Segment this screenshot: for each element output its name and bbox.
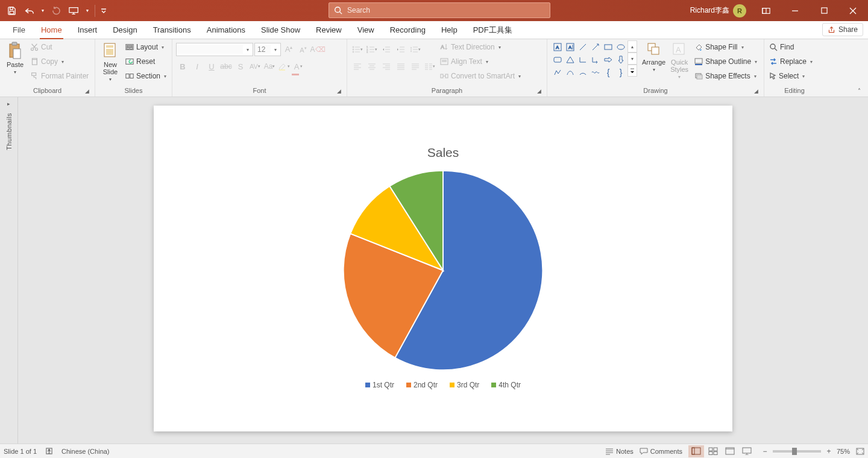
line-spacing-button[interactable]: ▾ (409, 43, 422, 56)
drawing-launcher[interactable]: ◢ (752, 87, 760, 95)
char-spacing-button[interactable]: AV▾ (248, 60, 262, 73)
tab-view[interactable]: View (350, 21, 382, 39)
tab-transitions[interactable]: Transitions (145, 21, 199, 39)
shape-line[interactable] (577, 41, 589, 53)
zoom-slider[interactable] (773, 450, 821, 453)
tab-review[interactable]: Review (308, 21, 350, 39)
font-family-combo[interactable]: ▾ (176, 43, 253, 56)
tab-file[interactable]: File (5, 21, 33, 39)
font-launcher[interactable]: ◢ (335, 87, 343, 95)
strikethrough-button[interactable]: abc (219, 60, 233, 73)
justify-button[interactable] (394, 60, 407, 73)
numbering-button[interactable]: 123▾ (365, 43, 379, 56)
italic-button[interactable]: I (190, 60, 204, 73)
convert-smartart-button[interactable]: Convert to SmartArt▾ (439, 69, 522, 83)
font-color-button[interactable]: A▾ (292, 60, 305, 73)
collapse-ribbon-button[interactable]: ˄ (854, 86, 864, 95)
clear-formatting-button[interactable]: A⌫ (311, 43, 324, 56)
shape-fill-button[interactable]: Shape Fill▾ (693, 40, 758, 54)
shape-left-brace[interactable]: { (602, 66, 614, 78)
shape-triangle[interactable] (564, 54, 576, 66)
search-box[interactable] (329, 2, 550, 18)
shape-arc[interactable] (577, 66, 589, 78)
section-button[interactable]: Section▾ (124, 69, 168, 83)
language-indicator[interactable]: Chinese (China) (61, 448, 109, 455)
underline-button[interactable]: U (205, 60, 218, 73)
save-button[interactable] (4, 3, 19, 19)
reading-view-button[interactable] (722, 445, 738, 457)
change-case-button[interactable]: Aa▾ (263, 60, 276, 73)
tab-home[interactable]: Home (33, 21, 70, 39)
gallery-down[interactable]: ▾ (627, 52, 637, 65)
increase-indent-button[interactable] (394, 43, 407, 56)
expand-thumbnails-icon[interactable]: ▸ (7, 101, 10, 107)
start-dropdown[interactable]: ▼ (84, 3, 90, 19)
shape-lconnector[interactable] (577, 54, 589, 66)
decrease-indent-button[interactable] (380, 43, 393, 56)
layout-button[interactable]: Layout▾ (124, 40, 168, 54)
bold-button[interactable]: B (176, 60, 189, 73)
undo-button[interactable] (22, 3, 37, 19)
select-button[interactable]: Select▾ (768, 69, 814, 83)
customize-qat-button[interactable] (99, 3, 108, 19)
find-button[interactable]: Find (768, 40, 814, 54)
align-left-button[interactable] (351, 60, 364, 73)
zoom-out-button[interactable]: − (761, 447, 769, 456)
shape-wave[interactable] (590, 66, 602, 78)
copy-button[interactable]: Copy▾ (29, 55, 90, 68)
format-painter-button[interactable]: Format Painter (29, 69, 90, 83)
normal-view-button[interactable] (688, 445, 704, 457)
shape-textbox[interactable]: A (552, 41, 564, 53)
clipboard-launcher[interactable]: ◢ (83, 87, 91, 95)
zoom-control[interactable]: − + 75% (761, 447, 850, 456)
shape-down-arrow[interactable] (615, 54, 627, 66)
shape-rrect[interactable] (552, 54, 564, 66)
font-size-input[interactable] (255, 45, 271, 54)
arrange-button[interactable]: Arrange▾ (642, 40, 665, 74)
tab-slideshow[interactable]: Slide Show (253, 21, 308, 39)
align-center-button[interactable] (365, 60, 379, 73)
shape-right-arrow[interactable] (602, 54, 614, 66)
canvas-scroll[interactable]: Sales 1st Qtr2nd Qtr3rd Qtr4th Qtr (18, 97, 868, 444)
shape-outline-button[interactable]: Shape Outline▾ (693, 55, 758, 68)
paragraph-launcher[interactable]: ◢ (535, 87, 543, 95)
slide[interactable]: Sales 1st Qtr2nd Qtr3rd Qtr4th Qtr (154, 106, 732, 431)
slideshow-view-button[interactable] (739, 445, 755, 457)
tab-insert[interactable]: Insert (70, 21, 105, 39)
ribbon-display-options-button[interactable] (752, 1, 780, 21)
shape-curve[interactable] (564, 66, 576, 78)
tab-animations[interactable]: Animations (199, 21, 253, 39)
paste-button[interactable]: Paste▾ (4, 40, 27, 76)
slide-indicator[interactable]: Slide 1 of 1 (4, 448, 37, 455)
zoom-level[interactable]: 75% (837, 448, 850, 455)
shape-freeform[interactable] (552, 66, 564, 78)
shape-right-brace[interactable]: } (615, 66, 627, 78)
text-direction-button[interactable]: AText Direction▾ (439, 40, 522, 54)
distribute-button[interactable] (409, 60, 422, 73)
quick-styles-button[interactable]: A QuickStyles▾ (668, 40, 691, 81)
increase-font-button[interactable]: A▴ (282, 43, 295, 56)
tab-pdf-tools[interactable]: PDF工具集 (465, 21, 520, 39)
shape-arrow-line[interactable] (590, 41, 602, 53)
avatar[interactable]: R (733, 4, 746, 17)
columns-button[interactable]: ▾ (423, 60, 436, 73)
font-size-combo[interactable]: ▾ (254, 43, 281, 56)
tab-recording[interactable]: Recording (382, 21, 433, 39)
gallery-up[interactable]: ▴ (627, 40, 637, 52)
search-input[interactable] (347, 6, 545, 14)
decrease-font-button[interactable]: A▾ (297, 43, 310, 56)
new-slide-button[interactable]: NewSlide▾ (99, 40, 122, 83)
text-shadow-button[interactable]: S (234, 60, 247, 73)
font-family-input[interactable] (177, 45, 243, 54)
maximize-button[interactable] (810, 1, 838, 21)
notes-button[interactable]: Notes (605, 448, 634, 455)
shape-rect[interactable] (602, 41, 614, 53)
comments-button[interactable]: Comments (640, 448, 682, 455)
replace-button[interactable]: Replace▾ (768, 55, 814, 68)
start-from-beginning-button[interactable] (66, 3, 82, 19)
cut-button[interactable]: Cut (29, 40, 90, 54)
shape-lconnector-arrow[interactable] (590, 54, 602, 66)
slide-sorter-button[interactable] (705, 445, 721, 457)
user-name[interactable]: Richard李鑫 (690, 5, 729, 16)
fit-to-window-button[interactable] (856, 448, 864, 455)
